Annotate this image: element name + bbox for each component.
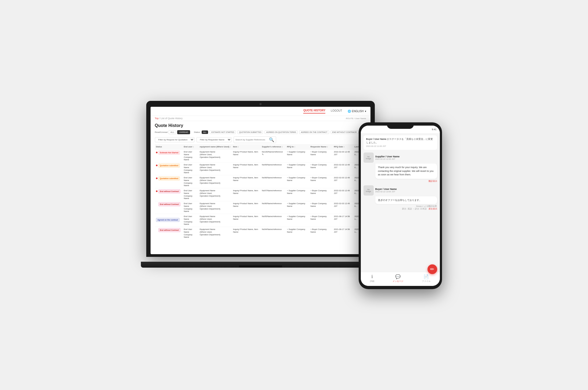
- table-row[interactable]: End without ContractEnd User Name Compan…: [155, 201, 366, 214]
- cell-end-user: End User Name Company Name: [183, 162, 199, 175]
- col-requester: Requester Name ↕: [309, 144, 333, 150]
- status-quotation-btn[interactable]: QUOTATION SUBMITTED: [237, 130, 263, 134]
- table-row[interactable]: End without ContractEnd User Name Compan…: [155, 188, 366, 201]
- cell-rfq-to: ≡ Supplier Company Name: [286, 227, 309, 239]
- cell-requester: ≡ Buyer Company Name: [309, 214, 333, 227]
- status-badge: Quotation submitted: [158, 176, 180, 180]
- app-header: QUOTE HISTORY LOGOUT 🌐 ENGLISH ▾: [151, 107, 370, 116]
- cell-requester: ≡ Buyer Company Name: [309, 227, 333, 239]
- cell-rfq-to: ≡ Supplier Company Name: [286, 214, 309, 227]
- quote-history-table: Status End user ↕ equipment name (Where …: [155, 144, 366, 238]
- unread-dot: [156, 190, 158, 192]
- table-row[interactable]: Quotation submittedEnd User Name Company…: [155, 162, 366, 175]
- system-time: 2022-02-22 11:00 JST: [366, 145, 386, 147]
- cell-equipment: Equipment Name (Where Used, Operation De…: [199, 201, 232, 214]
- cell-end-user: End User Name Company Name: [183, 188, 199, 201]
- cell-reference: No94/Name/reference: [261, 227, 286, 239]
- read-unread-all-btn[interactable]: ALL: [169, 130, 176, 134]
- status-badge: End without Contract: [158, 228, 181, 232]
- cell-item: Inquiry/ Product Name, Item Name: [232, 162, 261, 175]
- cell-rfq-to: ≡ Supplier Company Name: [286, 201, 309, 214]
- nav-detail[interactable]: ℹ 詳細: [367, 273, 377, 284]
- cell-end-user: End User Name Company Name: [183, 150, 199, 162]
- cell-reference: No96/Name/reference: [261, 201, 286, 214]
- lang-selector[interactable]: 🌐 ENGLISH ▾: [348, 110, 366, 113]
- cell-requester: ≡ Buyer Company Name: [309, 188, 333, 201]
- buyer-time: 2022-02-22 13:00 JST: [375, 190, 397, 193]
- system-notification: Buyer / User Name がステータスを「見積もり未受信」に変更しまし…: [364, 135, 437, 150]
- cell-rfq-date: 2022-02-03 12:49 JST: [333, 201, 353, 214]
- status-end-without-btn[interactable]: END WITHOUT CONTRACR: [331, 130, 358, 134]
- message-icon: 💬: [395, 274, 401, 279]
- status-cell: End without Contract: [155, 201, 183, 214]
- col-rfq-to: RFQ to ↕: [286, 144, 309, 150]
- original-text-btn[interactable]: 原文表示: [429, 208, 437, 210]
- table-row[interactable]: End without ContractEnd User Name Compan…: [155, 227, 366, 239]
- cell-rfq-date: 2022-02-03 12:49 JST: [333, 150, 353, 162]
- cell-end-user: End User Name Company Name: [183, 175, 199, 188]
- read-unread-unread-btn[interactable]: UNREAD: [177, 130, 190, 134]
- cell-requester: ≡ Buyer Company Name: [309, 175, 333, 188]
- buyer-avatar: No Image: [364, 185, 374, 196]
- search-box: 🔍: [234, 136, 276, 143]
- col-end-user: End user ↕: [183, 144, 199, 150]
- cell-requester: ≡ Buyer Company Name: [309, 162, 333, 175]
- supplier-message: No Image Supplier / User Name 2022-02-22…: [364, 153, 437, 183]
- laptop: QUOTE HISTORY LOGOUT 🌐 ENGLISH ▾ Top / L…: [146, 101, 375, 268]
- detail-icon: ℹ: [371, 274, 373, 279]
- cell-item: Inquiry/ Product Name, Item Name: [232, 201, 261, 214]
- cell-rfq-to: ≡ Supplier Company Name: [286, 162, 309, 175]
- status-not-started-btn[interactable]: ESTIMATE NOT STARTED: [210, 130, 236, 134]
- cell-item: Inquiry/ Product Name, Item Name: [232, 227, 261, 239]
- breadcrumb-home[interactable]: Top: [155, 117, 159, 120]
- status-cell: Estimate Not Started: [155, 150, 183, 162]
- status-all-btn[interactable]: ALL: [202, 130, 208, 134]
- nav-file[interactable]: 📄 ファイル: [419, 273, 433, 284]
- scene: QUOTE HISTORY LOGOUT 🌐 ENGLISH ▾ Top / L…: [146, 101, 442, 289]
- cell-item: Inquiry/ Product Name, Item Name: [232, 175, 261, 188]
- cell-rfq-date: 2022-02-03 12:49 JST: [333, 188, 353, 201]
- filter-request-select[interactable]: Filter by Request for Quotation: [155, 137, 194, 142]
- table-row[interactable]: Agreed on the contractEnd User Name Comp…: [155, 214, 366, 227]
- breadcrumb-page: List of Quote History: [161, 117, 183, 120]
- cell-equipment: Equipment Name (Where Used, Operation De…: [199, 214, 232, 227]
- phone-screen: 9:41 Buyer / User Name がステータスを「見積もり未受信」に…: [361, 126, 440, 286]
- table-row[interactable]: Estimate Not StartedEnd User Name Compan…: [155, 150, 366, 162]
- status-cell: Quotation submitted: [155, 175, 183, 188]
- nav-logout[interactable]: LOGOUT: [331, 109, 342, 113]
- translate-button[interactable]: 翻訳表示: [375, 180, 437, 183]
- table-row[interactable]: Quotation submittedEnd User Name Company…: [155, 175, 366, 188]
- cell-item: Inquiry/ Product Name, Item Name: [232, 188, 261, 201]
- table-header-row: Status End user ↕ equipment name (Where …: [155, 144, 366, 150]
- search-icon: 🔍: [269, 137, 274, 142]
- search-input[interactable]: [236, 139, 268, 141]
- nav-message[interactable]: 💬 メッセージ: [390, 273, 406, 284]
- supplier-sender: Supplier / User Name: [375, 155, 400, 158]
- laptop-body: QUOTE HISTORY LOGOUT 🌐 ENGLISH ▾ Top / L…: [146, 101, 375, 257]
- unread-dot: [156, 178, 158, 179]
- cell-rfq-to: ≡ Supplier Company Name: [286, 150, 309, 162]
- unread-dot: [156, 152, 158, 153]
- nav-quote-history[interactable]: QUOTE HISTORY: [303, 109, 325, 114]
- status-badge: Agreed on the contract: [156, 218, 180, 222]
- nav-detail-label: 詳細: [370, 280, 374, 283]
- cell-reference: No97/Name/reference: [261, 188, 286, 201]
- phone-notch: [387, 122, 414, 129]
- compose-fab[interactable]: ✏: [427, 264, 437, 274]
- filter-row: Filter by Request for Quotation Filter b…: [151, 135, 370, 144]
- filter-requester-select[interactable]: Filter by Requester Name: [197, 137, 231, 142]
- status-badge: End without Contract: [158, 202, 181, 206]
- deepl-note: DeepLによる翻訳結果 原文: 英語 → 訳文: 日本語 原文表示: [375, 205, 437, 210]
- col-item: Item ↕: [232, 144, 261, 150]
- col-equipment: equipment name (Where Used) ↕: [199, 144, 232, 150]
- cell-end-user: End User Name Company Name: [183, 214, 199, 227]
- status-agreed-contract-btn[interactable]: AGREED ON THE CONTRACT: [299, 130, 329, 134]
- cell-reference: No98/Name/reference: [261, 175, 286, 188]
- cell-rfq-date: 2021-08-17 14:58 JST: [333, 227, 353, 239]
- col-reference: Supplier's reference ↕: [261, 144, 286, 150]
- status-agreed-terms-btn[interactable]: AGREED ON QUOTATION TERMS: [265, 130, 298, 134]
- table-container[interactable]: Status End user ↕ equipment name (Where …: [151, 144, 370, 238]
- buyer-avatar-row: No Image Buyer / User Name 2022-02-22 13…: [364, 185, 437, 196]
- page-title: Quote History: [151, 121, 370, 129]
- chat-area[interactable]: Buyer / User Name がステータスを「見積もり未受信」に変更しまし…: [361, 133, 440, 272]
